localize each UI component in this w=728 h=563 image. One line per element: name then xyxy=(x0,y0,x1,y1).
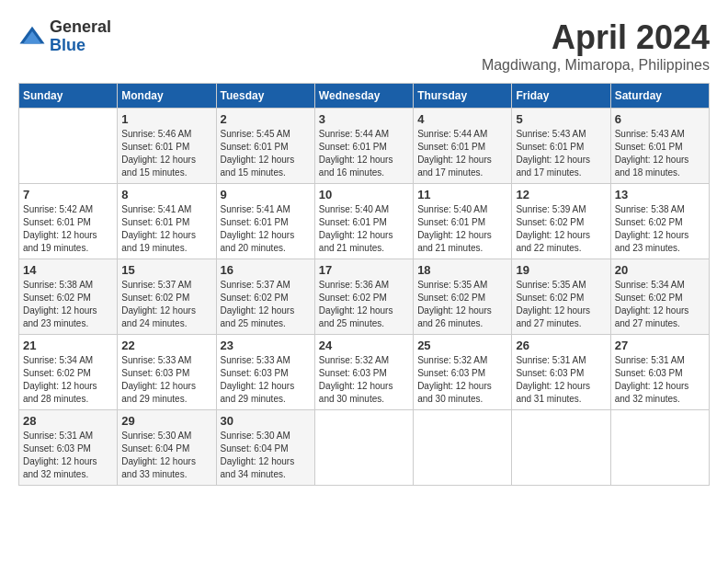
calendar-cell: 22Sunrise: 5:33 AMSunset: 6:03 PMDayligh… xyxy=(118,335,216,410)
day-info: Sunrise: 5:34 AMSunset: 6:02 PMDaylight:… xyxy=(23,354,113,406)
calendar-week-3: 14Sunrise: 5:38 AMSunset: 6:02 PMDayligh… xyxy=(19,259,710,335)
logo: General Blue xyxy=(18,18,111,55)
day-number: 4 xyxy=(417,112,507,126)
weekday-header-tuesday: Tuesday xyxy=(216,84,314,109)
day-info: Sunrise: 5:37 AMSunset: 6:02 PMDaylight:… xyxy=(121,279,211,330)
calendar-week-2: 7Sunrise: 5:42 AMSunset: 6:01 PMDaylight… xyxy=(19,184,710,259)
day-number: 17 xyxy=(319,263,409,277)
calendar-cell: 17Sunrise: 5:36 AMSunset: 6:02 PMDayligh… xyxy=(314,259,413,335)
calendar-subtitle: Magdiwang, Mimaropa, Philippines xyxy=(482,57,710,74)
day-number: 6 xyxy=(615,112,705,126)
day-number: 5 xyxy=(516,112,606,126)
day-number: 3 xyxy=(319,112,409,126)
calendar-cell xyxy=(414,410,512,486)
calendar-cell xyxy=(610,410,709,486)
day-info: Sunrise: 5:31 AMSunset: 6:03 PMDaylight:… xyxy=(23,430,113,481)
calendar-week-4: 21Sunrise: 5:34 AMSunset: 6:02 PMDayligh… xyxy=(19,335,710,410)
calendar-cell: 19Sunrise: 5:35 AMSunset: 6:02 PMDayligh… xyxy=(512,259,610,335)
day-info: Sunrise: 5:42 AMSunset: 6:01 PMDaylight:… xyxy=(23,203,113,255)
day-info: Sunrise: 5:30 AMSunset: 6:04 PMDaylight:… xyxy=(221,430,311,481)
day-number: 10 xyxy=(319,188,409,201)
weekday-header-saturday: Saturday xyxy=(610,84,709,109)
day-info: Sunrise: 5:41 AMSunset: 6:01 PMDaylight:… xyxy=(221,203,311,255)
day-info: Sunrise: 5:31 AMSunset: 6:03 PMDaylight:… xyxy=(516,354,606,406)
calendar-cell: 12Sunrise: 5:39 AMSunset: 6:02 PMDayligh… xyxy=(512,184,610,259)
calendar-title: April 2024 xyxy=(482,18,710,57)
calendar-cell: 11Sunrise: 5:40 AMSunset: 6:01 PMDayligh… xyxy=(414,184,512,259)
calendar-cell: 14Sunrise: 5:38 AMSunset: 6:02 PMDayligh… xyxy=(19,259,118,335)
calendar-cell: 2Sunrise: 5:45 AMSunset: 6:01 PMDaylight… xyxy=(216,109,314,184)
day-number: 23 xyxy=(221,339,311,352)
day-number: 28 xyxy=(23,414,113,428)
day-info: Sunrise: 5:32 AMSunset: 6:03 PMDaylight:… xyxy=(417,354,507,406)
day-number: 30 xyxy=(221,414,311,428)
day-number: 1 xyxy=(121,112,211,126)
calendar-cell: 25Sunrise: 5:32 AMSunset: 6:03 PMDayligh… xyxy=(414,335,512,410)
day-number: 21 xyxy=(23,339,113,352)
day-number: 25 xyxy=(417,339,507,352)
day-info: Sunrise: 5:41 AMSunset: 6:01 PMDaylight:… xyxy=(121,203,211,255)
calendar-cell xyxy=(19,109,118,184)
day-info: Sunrise: 5:43 AMSunset: 6:01 PMDaylight:… xyxy=(516,128,606,179)
calendar-cell: 23Sunrise: 5:33 AMSunset: 6:03 PMDayligh… xyxy=(216,335,314,410)
day-number: 26 xyxy=(516,339,606,352)
calendar-table: SundayMondayTuesdayWednesdayThursdayFrid… xyxy=(18,83,710,486)
calendar-cell: 4Sunrise: 5:44 AMSunset: 6:01 PMDaylight… xyxy=(414,109,512,184)
weekday-header-friday: Friday xyxy=(512,84,610,109)
calendar-cell: 16Sunrise: 5:37 AMSunset: 6:02 PMDayligh… xyxy=(216,259,314,335)
calendar-cell: 21Sunrise: 5:34 AMSunset: 6:02 PMDayligh… xyxy=(19,335,118,410)
day-number: 15 xyxy=(121,263,211,277)
weekday-header-wednesday: Wednesday xyxy=(314,84,413,109)
calendar-cell: 24Sunrise: 5:32 AMSunset: 6:03 PMDayligh… xyxy=(314,335,413,410)
title-section: April 2024 Magdiwang, Mimaropa, Philippi… xyxy=(482,18,710,74)
logo-icon xyxy=(18,23,46,51)
day-info: Sunrise: 5:35 AMSunset: 6:02 PMDaylight:… xyxy=(516,279,606,330)
logo-blue-text: Blue xyxy=(50,37,111,55)
day-info: Sunrise: 5:39 AMSunset: 6:02 PMDaylight:… xyxy=(516,203,606,255)
day-info: Sunrise: 5:35 AMSunset: 6:02 PMDaylight:… xyxy=(417,279,507,330)
day-number: 16 xyxy=(221,263,311,277)
calendar-header: SundayMondayTuesdayWednesdayThursdayFrid… xyxy=(19,84,710,109)
day-info: Sunrise: 5:44 AMSunset: 6:01 PMDaylight:… xyxy=(417,128,507,179)
day-info: Sunrise: 5:32 AMSunset: 6:03 PMDaylight:… xyxy=(319,354,409,406)
day-number: 11 xyxy=(417,188,507,201)
day-number: 27 xyxy=(615,339,705,352)
calendar-cell: 1Sunrise: 5:46 AMSunset: 6:01 PMDaylight… xyxy=(118,109,216,184)
logo-general-text: General xyxy=(50,18,111,37)
day-number: 14 xyxy=(23,263,113,277)
day-number: 12 xyxy=(516,188,606,201)
day-info: Sunrise: 5:40 AMSunset: 6:01 PMDaylight:… xyxy=(319,203,409,255)
weekday-header-thursday: Thursday xyxy=(414,84,512,109)
calendar-cell: 30Sunrise: 5:30 AMSunset: 6:04 PMDayligh… xyxy=(216,410,314,486)
day-number: 8 xyxy=(121,188,211,201)
day-info: Sunrise: 5:36 AMSunset: 6:02 PMDaylight:… xyxy=(319,279,409,330)
weekday-header-sunday: Sunday xyxy=(19,84,118,109)
weekday-header-monday: Monday xyxy=(118,84,216,109)
calendar-cell: 3Sunrise: 5:44 AMSunset: 6:01 PMDaylight… xyxy=(314,109,413,184)
day-info: Sunrise: 5:33 AMSunset: 6:03 PMDaylight:… xyxy=(121,354,211,406)
day-info: Sunrise: 5:38 AMSunset: 6:02 PMDaylight:… xyxy=(615,203,705,255)
day-number: 22 xyxy=(121,339,211,352)
day-number: 13 xyxy=(615,188,705,201)
page-header: General Blue April 2024 Magdiwang, Mimar… xyxy=(18,18,710,74)
calendar-cell: 6Sunrise: 5:43 AMSunset: 6:01 PMDaylight… xyxy=(610,109,709,184)
calendar-cell: 10Sunrise: 5:40 AMSunset: 6:01 PMDayligh… xyxy=(314,184,413,259)
weekday-header-row: SundayMondayTuesdayWednesdayThursdayFrid… xyxy=(19,84,710,109)
day-info: Sunrise: 5:38 AMSunset: 6:02 PMDaylight:… xyxy=(23,279,113,330)
day-number: 7 xyxy=(23,188,113,201)
day-number: 20 xyxy=(615,263,705,277)
day-info: Sunrise: 5:33 AMSunset: 6:03 PMDaylight:… xyxy=(221,354,311,406)
day-number: 29 xyxy=(121,414,211,428)
calendar-cell: 27Sunrise: 5:31 AMSunset: 6:03 PMDayligh… xyxy=(610,335,709,410)
calendar-cell xyxy=(314,410,413,486)
calendar-cell: 7Sunrise: 5:42 AMSunset: 6:01 PMDaylight… xyxy=(19,184,118,259)
calendar-cell: 5Sunrise: 5:43 AMSunset: 6:01 PMDaylight… xyxy=(512,109,610,184)
calendar-cell: 8Sunrise: 5:41 AMSunset: 6:01 PMDaylight… xyxy=(118,184,216,259)
day-number: 24 xyxy=(319,339,409,352)
day-info: Sunrise: 5:46 AMSunset: 6:01 PMDaylight:… xyxy=(121,128,211,179)
calendar-cell: 20Sunrise: 5:34 AMSunset: 6:02 PMDayligh… xyxy=(610,259,709,335)
calendar-week-1: 1Sunrise: 5:46 AMSunset: 6:01 PMDaylight… xyxy=(19,109,710,184)
day-number: 19 xyxy=(516,263,606,277)
day-info: Sunrise: 5:45 AMSunset: 6:01 PMDaylight:… xyxy=(221,128,311,179)
calendar-cell: 29Sunrise: 5:30 AMSunset: 6:04 PMDayligh… xyxy=(118,410,216,486)
